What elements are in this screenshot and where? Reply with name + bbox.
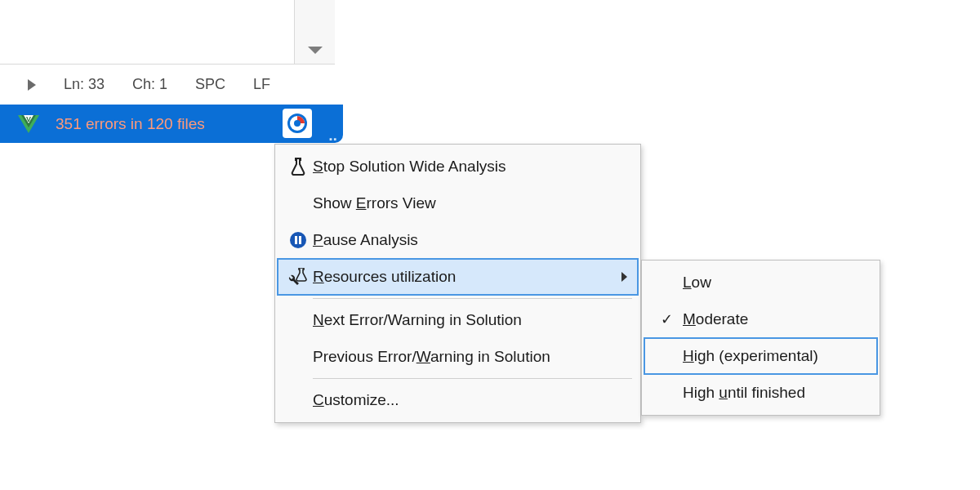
- editor-fragment: Ln: 33 Ch: 1 SPC LF: [0, 0, 335, 105]
- scrollbar-column[interactable]: [294, 0, 335, 64]
- wrench-flask-icon: [283, 268, 313, 286]
- submenu-low[interactable]: Low: [645, 265, 876, 301]
- svg-text:V: V: [26, 115, 31, 123]
- svg-rect-9: [299, 236, 301, 244]
- status-bar: Ln: 33 Ch: 1 SPC LF: [0, 64, 335, 105]
- pause-icon: [283, 231, 313, 249]
- menu-next-error[interactable]: Next Error/Warning in Solution: [278, 302, 637, 338]
- menu-pause-analysis[interactable]: Pause Analysis: [278, 222, 637, 258]
- svg-rect-8: [295, 236, 297, 244]
- scroll-down-icon[interactable]: [308, 47, 323, 54]
- play-icon[interactable]: [28, 79, 36, 91]
- menu-label: Customize...: [313, 391, 627, 409]
- resize-grip-icon[interactable]: ⣀: [327, 125, 338, 140]
- menu-label: Next Error/Warning in Solution: [313, 311, 627, 329]
- submenu-high[interactable]: High (experimental): [644, 337, 878, 375]
- analysis-context-menu: Stop Solution Wide Analysis Show Errors …: [274, 144, 641, 423]
- menu-label: Resources utilization: [313, 268, 615, 286]
- menu-resources-utilization[interactable]: Resources utilization: [277, 258, 639, 296]
- menu-label: Pause Analysis: [313, 231, 627, 249]
- menu-customize[interactable]: Customize...: [278, 382, 637, 418]
- menu-label: High (experimental): [683, 347, 866, 365]
- status-line: Ln: 33: [64, 76, 105, 93]
- vue-icon: V: [16, 112, 41, 136]
- status-indent: SPC: [195, 76, 225, 93]
- error-count-text: 351 errors in 120 files: [56, 115, 205, 133]
- flask-icon: [283, 158, 313, 176]
- menu-label: Stop Solution Wide Analysis: [313, 158, 627, 176]
- menu-label: Previous Error/Warning in Solution: [313, 348, 627, 366]
- menu-prev-error[interactable]: Previous Error/Warning in Solution: [278, 339, 637, 375]
- menu-stop-analysis[interactable]: Stop Solution Wide Analysis: [278, 149, 637, 185]
- chevron-right-icon: [621, 272, 627, 282]
- menu-separator: [313, 378, 632, 379]
- submenu-high-until-finished[interactable]: High until finished: [645, 375, 876, 411]
- svg-point-7: [290, 232, 306, 248]
- submenu-moderate[interactable]: ✓ Moderate: [645, 301, 876, 337]
- status-eol: LF: [253, 76, 270, 93]
- status-col: Ch: 1: [132, 76, 167, 93]
- menu-separator: [313, 298, 632, 299]
- analysis-error-bar[interactable]: V 351 errors in 120 files ⣀: [0, 105, 343, 143]
- resources-submenu: Low ✓ Moderate High (experimental) High …: [641, 260, 880, 416]
- svg-point-6: [294, 120, 301, 127]
- menu-label: Moderate: [683, 310, 866, 328]
- menu-label: Show Errors View: [313, 194, 627, 212]
- menu-label: High until finished: [683, 384, 866, 402]
- solution-analysis-icon[interactable]: [283, 109, 312, 138]
- check-icon: ✓: [650, 310, 683, 328]
- menu-label: Low: [683, 274, 866, 292]
- menu-show-errors[interactable]: Show Errors View: [278, 185, 637, 221]
